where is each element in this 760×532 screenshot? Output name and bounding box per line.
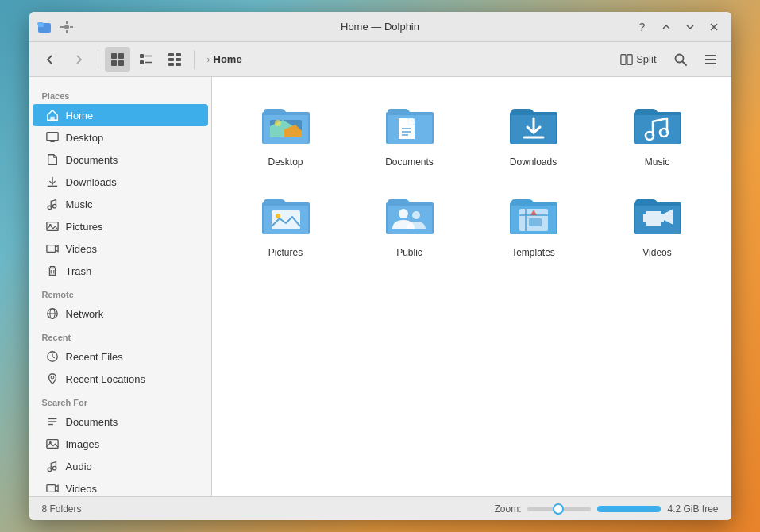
window-controls: ? xyxy=(631,16,725,38)
svg-rect-20 xyxy=(168,58,174,61)
free-space-label: 4.2 GiB free xyxy=(667,503,718,515)
sidebar-item-music[interactable]: Music xyxy=(33,193,208,215)
toolbar-separator-2 xyxy=(194,50,195,69)
sidebar-item-videos[interactable]: Videos xyxy=(33,237,208,260)
view-details-button[interactable] xyxy=(133,47,159,72)
videos-sidebar-icon xyxy=(45,241,60,256)
downloads-folder-icon xyxy=(508,101,559,152)
split-label: Split xyxy=(636,53,656,65)
sidebar-item-music-label: Music xyxy=(66,199,93,210)
zoom-thumb xyxy=(553,503,564,515)
search-documents-icon xyxy=(45,414,60,429)
folder-count: 8 Folders xyxy=(42,503,82,515)
window-title: Home — Dolphin xyxy=(341,21,419,33)
view-icons-button[interactable] xyxy=(105,47,130,72)
statusbar-right: Zoom: 4.2 GiB free xyxy=(494,503,718,515)
remote-section-label: Remote xyxy=(29,282,211,303)
search-section-label: Search For xyxy=(29,390,211,411)
file-item-documents[interactable]: Documents xyxy=(352,93,468,175)
forward-button[interactable] xyxy=(66,47,91,72)
sidebar-item-search-images-label: Images xyxy=(66,438,100,450)
sidebar-item-downloads[interactable]: Downloads xyxy=(33,171,208,193)
svg-rect-40 xyxy=(46,245,55,253)
svg-rect-23 xyxy=(176,63,181,66)
close-button[interactable] xyxy=(703,16,725,38)
svg-point-53 xyxy=(48,468,51,471)
sidebar-item-recent-locations-label: Recent Locations xyxy=(66,373,145,385)
music-icon xyxy=(45,197,60,211)
desktop-icon xyxy=(45,130,60,145)
search-videos-icon xyxy=(45,481,60,495)
file-item-downloads[interactable]: Downloads xyxy=(476,93,592,175)
view-compact-button[interactable] xyxy=(162,47,187,72)
svg-point-36 xyxy=(48,206,51,209)
recent-section-label: Recent xyxy=(29,325,211,345)
svg-rect-13 xyxy=(118,60,124,66)
sidebar-item-recent-files[interactable]: Recent Files xyxy=(33,345,208,368)
svg-rect-21 xyxy=(176,58,181,61)
menu-button[interactable] xyxy=(698,47,723,72)
sidebar-item-documents-label: Documents xyxy=(66,154,118,166)
music-folder-icon xyxy=(632,101,683,152)
zoom-label: Zoom: xyxy=(494,503,521,515)
sidebar-item-trash[interactable]: Trash xyxy=(33,260,208,282)
svg-point-3 xyxy=(64,25,69,29)
svg-rect-38 xyxy=(46,222,57,231)
sidebar-item-documents[interactable]: Documents xyxy=(33,148,208,171)
sidebar-item-pictures[interactable]: Pictures xyxy=(33,215,208,237)
public-folder-icon xyxy=(384,191,435,242)
file-item-desktop[interactable]: Desktop xyxy=(228,93,344,175)
sidebar-item-home-label: Home xyxy=(66,110,94,121)
sidebar-item-search-audio[interactable]: Audio xyxy=(33,455,208,477)
search-button[interactable] xyxy=(668,47,693,72)
sidebar-item-network[interactable]: Network xyxy=(33,303,208,325)
sidebar-item-trash-label: Trash xyxy=(66,265,92,277)
minimize-button[interactable] xyxy=(655,16,677,38)
svg-point-37 xyxy=(52,204,56,207)
sidebar-item-search-documents[interactable]: Documents xyxy=(33,411,208,433)
file-item-videos[interactable]: Videos xyxy=(600,183,716,266)
zoom-slider[interactable] xyxy=(527,507,591,511)
sidebar-item-recent-files-label: Recent Files xyxy=(66,351,123,363)
back-button[interactable] xyxy=(37,47,63,72)
svg-point-57 xyxy=(275,120,281,126)
sidebar-item-search-images[interactable]: Images xyxy=(33,433,208,455)
pin-icon[interactable] xyxy=(58,18,75,36)
svg-rect-51 xyxy=(46,440,57,449)
breadcrumb-arrow: › xyxy=(207,54,210,65)
app-icon xyxy=(36,18,53,36)
downloads-icon xyxy=(45,175,60,189)
videos-folder-icon xyxy=(632,191,683,242)
recent-files-icon xyxy=(45,349,60,364)
desktop-folder-icon xyxy=(260,101,311,152)
sidebar-item-desktop[interactable]: Desktop xyxy=(33,126,208,148)
split-button[interactable]: Split xyxy=(614,50,662,69)
sidebar-item-recent-locations[interactable]: Recent Locations xyxy=(33,368,208,390)
file-item-public[interactable]: Public xyxy=(352,183,468,266)
svg-rect-77 xyxy=(661,211,664,214)
file-item-music[interactable]: Music xyxy=(600,93,716,175)
svg-rect-18 xyxy=(168,53,174,56)
svg-rect-24 xyxy=(621,54,626,64)
file-item-pictures[interactable]: Pictures xyxy=(228,183,344,266)
places-section-label: Places xyxy=(29,83,211,104)
titlebar: Home — Dolphin ? xyxy=(29,12,731,42)
search-audio-icon xyxy=(45,459,60,473)
free-space-bar xyxy=(597,506,661,512)
svg-rect-14 xyxy=(140,54,144,58)
file-area: Desktop Documents xyxy=(212,77,731,496)
sidebar-item-home[interactable]: Home xyxy=(33,104,208,126)
help-button[interactable]: ? xyxy=(631,16,654,38)
pictures-label: Pictures xyxy=(268,247,303,258)
sidebar-item-videos-label: Videos xyxy=(66,243,98,255)
svg-rect-75 xyxy=(643,211,646,214)
maximize-button[interactable] xyxy=(679,16,701,38)
toolbar: › Home Split xyxy=(29,42,731,77)
file-item-templates[interactable]: Templates xyxy=(476,183,592,266)
svg-point-47 xyxy=(51,376,54,379)
sidebar-item-search-videos[interactable]: Videos xyxy=(33,477,208,496)
public-label: Public xyxy=(396,247,422,258)
breadcrumb: › Home xyxy=(207,53,242,65)
svg-rect-32 xyxy=(46,133,57,141)
home-icon xyxy=(45,108,60,122)
